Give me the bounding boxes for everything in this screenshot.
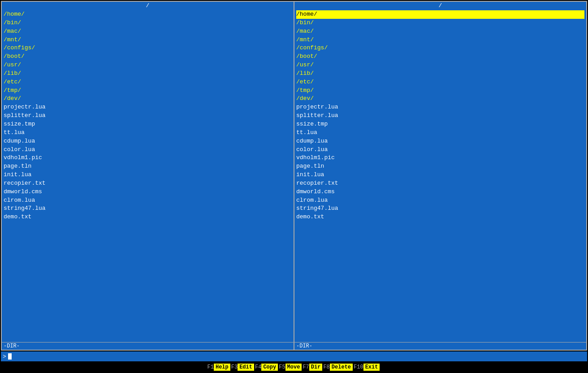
- list-item[interactable]: ssize.tmp: [296, 120, 584, 129]
- list-item[interactable]: /lib/: [4, 69, 292, 78]
- command-prompt: >: [3, 353, 6, 360]
- fn-key: F10: [354, 364, 363, 370]
- right-panel-header: /: [294, 2, 586, 9]
- fn-label[interactable]: Help: [214, 364, 230, 371]
- right-panel-footer: -DIR-: [294, 342, 586, 350]
- list-item[interactable]: /mac/: [296, 27, 584, 36]
- fn-key: F5: [279, 364, 285, 370]
- function-bar: F1HelpF3EditF4CopyF5MoveF7DirF8DeleteF10…: [0, 361, 588, 373]
- list-item[interactable]: init.lua: [4, 171, 292, 179]
- list-item[interactable]: /configs/: [296, 44, 584, 52]
- list-item[interactable]: /usr/: [4, 61, 292, 69]
- list-item[interactable]: demo.txt: [296, 213, 584, 221]
- fn-key: F3: [231, 364, 238, 370]
- list-item[interactable]: /tmp/: [296, 87, 584, 95]
- fn-item-edit[interactable]: F3Edit: [231, 364, 254, 371]
- fn-key: F8: [323, 364, 329, 370]
- command-cursor: [8, 353, 12, 360]
- list-item[interactable]: recopier.txt: [4, 179, 292, 188]
- left-panel-footer: -DIR-: [2, 342, 294, 350]
- list-item[interactable]: /bin/: [296, 19, 584, 27]
- list-item[interactable]: color.lua: [296, 146, 584, 154]
- list-item[interactable]: /mnt/: [4, 36, 292, 44]
- list-item[interactable]: /usr/: [296, 61, 584, 69]
- list-item[interactable]: clrom.lua: [4, 196, 292, 205]
- list-item[interactable]: /bin/: [4, 19, 292, 27]
- fn-key: F7: [303, 364, 309, 370]
- fn-label[interactable]: Copy: [261, 364, 278, 371]
- list-item[interactable]: color.lua: [4, 146, 292, 154]
- fn-item-delete[interactable]: F8Delete: [323, 364, 353, 371]
- list-item[interactable]: ssize.tmp: [4, 120, 292, 129]
- list-item[interactable]: tt.lua: [296, 129, 584, 137]
- fn-item-dir[interactable]: F7Dir: [303, 364, 322, 371]
- list-item[interactable]: recopier.txt: [296, 179, 584, 188]
- list-item[interactable]: splitter.lua: [296, 112, 584, 120]
- fn-key: F1: [208, 364, 214, 370]
- list-item[interactable]: splitter.lua: [4, 112, 292, 120]
- list-item[interactable]: /boot/: [4, 52, 292, 61]
- list-item[interactable]: page.tln: [4, 162, 292, 171]
- list-item[interactable]: projectr.lua: [296, 103, 584, 112]
- list-item[interactable]: /dev/: [4, 95, 292, 103]
- list-item[interactable]: projectr.lua: [4, 103, 292, 112]
- left-panel: / /home//bin//mac//mnt//configs//boot//u…: [2, 2, 294, 350]
- list-item[interactable]: page.tln: [296, 162, 584, 171]
- list-item[interactable]: string47.lua: [296, 204, 584, 213]
- list-item[interactable]: vdholm1.pic: [4, 154, 292, 162]
- list-item[interactable]: /boot/: [296, 52, 584, 61]
- list-item[interactable]: /etc/: [296, 78, 584, 87]
- list-item[interactable]: cdump.lua: [296, 137, 584, 146]
- fn-item-move[interactable]: F5Move: [279, 364, 302, 371]
- fn-label[interactable]: Exit: [363, 364, 380, 371]
- list-item[interactable]: dmworld.cms: [296, 188, 584, 196]
- list-item[interactable]: /home/: [296, 10, 584, 19]
- command-line: >: [1, 351, 587, 361]
- list-item[interactable]: dmworld.cms: [4, 188, 292, 196]
- fn-item-exit[interactable]: F10Exit: [354, 364, 380, 371]
- fn-label[interactable]: Dir: [309, 364, 323, 371]
- list-item[interactable]: /lib/: [296, 69, 584, 78]
- list-item[interactable]: /mnt/: [296, 36, 584, 44]
- fn-item-help[interactable]: F1Help: [208, 364, 230, 371]
- fn-item-copy[interactable]: F4Copy: [255, 364, 278, 371]
- list-item[interactable]: init.lua: [296, 171, 584, 179]
- list-item[interactable]: cdump.lua: [4, 137, 292, 146]
- left-panel-content: /home//bin//mac//mnt//configs//boot//usr…: [2, 9, 294, 342]
- fn-label[interactable]: Edit: [238, 364, 254, 371]
- list-item[interactable]: /etc/: [4, 78, 292, 87]
- fn-label[interactable]: Move: [285, 364, 302, 371]
- fn-label[interactable]: Delete: [330, 364, 353, 371]
- main-area: / /home//bin//mac//mnt//configs//boot//u…: [1, 1, 587, 351]
- list-item[interactable]: /configs/: [4, 44, 292, 52]
- left-panel-header: /: [2, 2, 294, 9]
- list-item[interactable]: /tmp/: [4, 87, 292, 95]
- fn-key: F4: [255, 364, 261, 370]
- list-item[interactable]: clrom.lua: [296, 196, 584, 205]
- list-item[interactable]: /home/: [4, 10, 292, 19]
- list-item[interactable]: /dev/: [296, 95, 584, 103]
- list-item[interactable]: vdholm1.pic: [296, 154, 584, 162]
- list-item[interactable]: /mac/: [4, 27, 292, 36]
- right-panel-content: /home//bin//mac//mnt//configs//boot//usr…: [294, 9, 586, 342]
- right-panel: / /home//bin//mac//mnt//configs//boot//u…: [294, 2, 586, 350]
- list-item[interactable]: demo.txt: [4, 213, 292, 221]
- list-item[interactable]: tt.lua: [4, 129, 292, 137]
- list-item[interactable]: string47.lua: [4, 204, 292, 213]
